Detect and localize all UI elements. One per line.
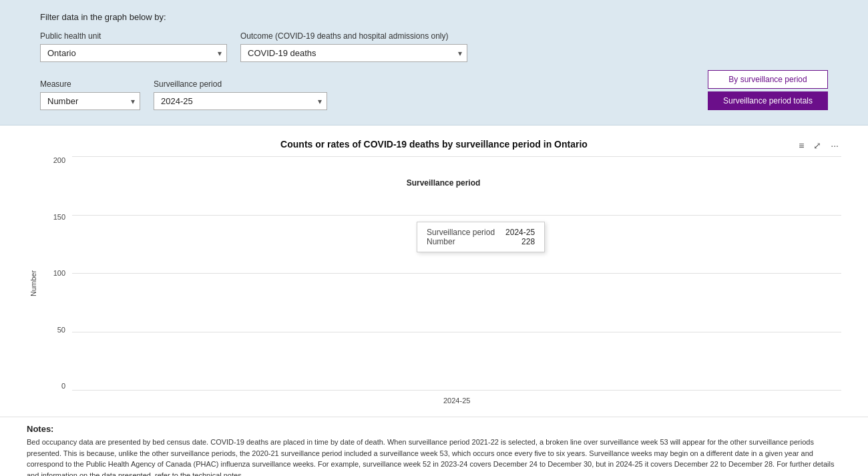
y-tick-150: 150 bbox=[53, 213, 65, 221]
x-tick-2024-25: 2024-25 bbox=[443, 397, 470, 405]
grid-line-50 bbox=[72, 332, 841, 332]
filter-chart-icon[interactable]: ≡ bbox=[796, 139, 807, 152]
outcome-select[interactable]: COVID-19 deaths bbox=[240, 44, 467, 62]
chart-section: Counts or rates of COVID-19 deaths by su… bbox=[0, 126, 868, 417]
y-ticks: 200 150 100 50 0 bbox=[45, 156, 69, 390]
chart-container: Number 200 150 100 50 0 bbox=[27, 156, 841, 410]
more-chart-icon[interactable]: ··· bbox=[828, 139, 841, 152]
outcome-select-wrapper[interactable]: COVID-19 deaths bbox=[240, 44, 467, 62]
public-health-unit-group: Public health unit Ontario bbox=[40, 31, 227, 62]
surveillance-period-select-wrapper[interactable]: 2024-25 bbox=[154, 92, 327, 110]
grid-lines bbox=[72, 156, 841, 390]
surveillance-period-label: Surveillance period bbox=[154, 79, 327, 89]
measure-select-wrapper[interactable]: Number bbox=[40, 92, 140, 110]
outcome-label: Outcome (COVID-19 deaths and hospital ad… bbox=[240, 31, 467, 41]
measure-label: Measure bbox=[40, 79, 140, 89]
outcome-group: Outcome (COVID-19 deaths and hospital ad… bbox=[240, 31, 467, 62]
filter-row-1: Public health unit Ontario Outcome (COVI… bbox=[40, 31, 828, 62]
filter-panel-title: Filter data in the graph below by: bbox=[40, 12, 828, 22]
view-button-group: By surveillance period Surveillance peri… bbox=[708, 70, 828, 110]
y-axis-label: Number bbox=[27, 156, 40, 410]
measure-select[interactable]: Number bbox=[40, 92, 140, 110]
filter-row-2: Measure Number Surveillance period 2024-… bbox=[40, 70, 828, 110]
chart-actions: ≡ ⤢ ··· bbox=[796, 139, 841, 152]
grid-line-100 bbox=[72, 273, 841, 274]
grid-line-0 bbox=[72, 390, 841, 391]
plot-area: 2024-25 Surveillance period 2024-25 Numb… bbox=[72, 156, 841, 390]
surveillance-period-totals-button[interactable]: Surveillance period totals bbox=[708, 91, 828, 110]
y-tick-100: 100 bbox=[53, 269, 65, 277]
public-health-unit-label: Public health unit bbox=[40, 31, 227, 41]
y-tick-200: 200 bbox=[53, 156, 65, 164]
y-tick-0: 0 bbox=[61, 382, 65, 390]
chart-title: Counts or rates of COVID-19 deaths by su… bbox=[280, 139, 588, 150]
chart-header: Counts or rates of COVID-19 deaths by su… bbox=[27, 139, 841, 150]
surveillance-period-group: Surveillance period 2024-25 bbox=[154, 79, 327, 110]
notes-text: Bed occupancy data are presented by bed … bbox=[27, 437, 841, 476]
filter-panel: Filter data in the graph below by: Publi… bbox=[0, 0, 868, 126]
surveillance-period-select[interactable]: 2024-25 bbox=[154, 92, 327, 110]
notes-section: Notes: Bed occupancy data are presented … bbox=[0, 417, 868, 476]
measure-group: Measure Number bbox=[40, 79, 140, 110]
grid-line-150 bbox=[72, 215, 841, 216]
public-health-unit-select[interactable]: Ontario bbox=[40, 44, 227, 62]
public-health-unit-select-wrapper[interactable]: Ontario bbox=[40, 44, 227, 62]
y-tick-50: 50 bbox=[57, 326, 65, 334]
by-surveillance-period-button[interactable]: By surveillance period bbox=[708, 70, 828, 89]
chart-area: 200 150 100 50 0 bbox=[45, 156, 841, 410]
grid-line-200 bbox=[72, 156, 841, 157]
notes-title: Notes: bbox=[27, 424, 841, 434]
expand-chart-icon[interactable]: ⤢ bbox=[811, 139, 824, 152]
